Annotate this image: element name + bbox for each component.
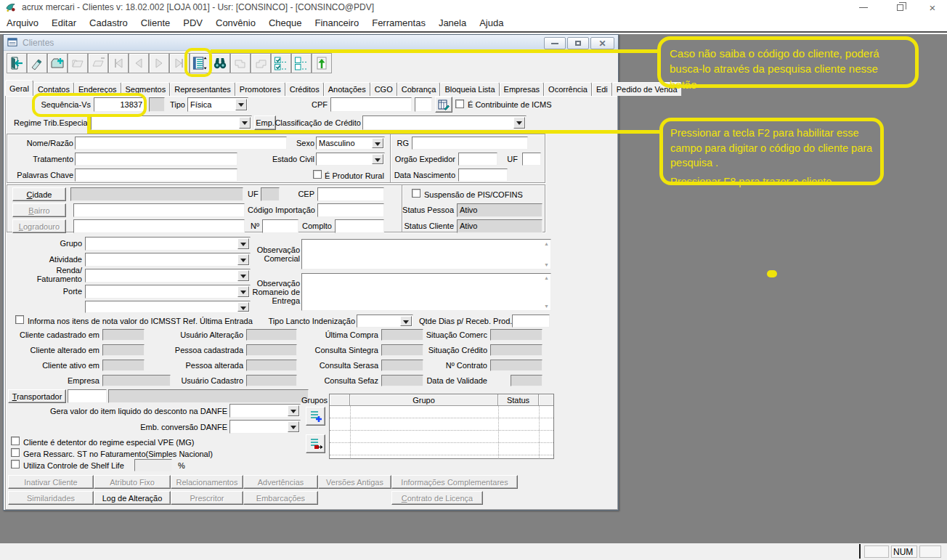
scroll-up-icon[interactable]: ▲ (544, 275, 549, 280)
obs-romaneio-textarea[interactable]: ▲▼ (301, 273, 551, 311)
estado-civil-dropdown-arrow[interactable] (372, 154, 383, 164)
extra-select[interactable] (85, 301, 251, 313)
obs-comercial-textarea[interactable]: ▲▼ (301, 239, 551, 269)
contribuinte-checkbox[interactable] (455, 100, 464, 108)
shelf-input[interactable] (134, 459, 172, 471)
grupos-grid-row[interactable] (330, 443, 553, 455)
sexo-dropdown-arrow[interactable] (372, 138, 383, 148)
logradouro-input[interactable] (73, 219, 245, 233)
restore-button[interactable] (884, 0, 916, 15)
data-nasc-input[interactable] (458, 169, 508, 182)
grupos-remove-button[interactable] (306, 434, 325, 453)
rg-input[interactable] (412, 137, 528, 150)
vpe-checkbox[interactable] (11, 437, 20, 445)
cpf-aux-field[interactable] (415, 97, 432, 112)
scroll-up-icon[interactable]: ▲ (544, 241, 549, 246)
scroll-down-icon[interactable]: ▼ (544, 304, 549, 309)
tipo-lancto-dropdown-arrow[interactable] (400, 316, 412, 326)
grupos-grid-row[interactable] (330, 418, 553, 431)
transportador-code-input[interactable] (68, 389, 107, 403)
uncheck-all-button[interactable] (291, 53, 312, 73)
nome-input[interactable] (75, 137, 287, 150)
tipo-lancto-select[interactable] (357, 315, 413, 328)
menu-cliente[interactable]: Cliente (134, 17, 176, 28)
regime-select[interactable] (91, 115, 252, 130)
uf-input[interactable] (522, 153, 541, 166)
grupos-grid-row[interactable] (330, 431, 553, 443)
emb-select[interactable] (229, 420, 301, 434)
tratamento-input[interactable] (75, 153, 237, 166)
sexo-select[interactable]: Masculino (316, 137, 385, 150)
cod-importacao-input[interactable] (317, 203, 384, 217)
import-button[interactable] (312, 53, 332, 73)
classificacao-dropdown-arrow[interactable] (513, 117, 525, 129)
child-restore-button[interactable] (567, 37, 589, 49)
bairro-input[interactable] (73, 203, 245, 217)
menu-cheque[interactable]: Cheque (262, 17, 309, 28)
tab-edi[interactable]: Edi (592, 82, 612, 96)
tab-ocorrencia[interactable]: Ocorrência (544, 82, 592, 96)
minimize-button[interactable] (848, 0, 879, 15)
transportador-button[interactable]: Transportador (8, 389, 66, 403)
qtde-dias-input[interactable] (512, 315, 550, 328)
icmsst-checkbox[interactable] (15, 315, 24, 324)
scroll-down-icon[interactable]: ▼ (544, 262, 549, 267)
search-button[interactable] (210, 53, 230, 73)
porte-select[interactable] (85, 285, 251, 299)
tipo-select[interactable]: Física (187, 97, 248, 112)
orgao-input[interactable] (458, 153, 497, 166)
grupos-grid-row[interactable] (330, 406, 553, 418)
menu-ajuda[interactable]: Ajuda (473, 17, 510, 28)
cpf-lookup-button[interactable] (435, 97, 452, 113)
gera-valor-dropdown-arrow[interactable] (288, 405, 299, 416)
menu-convenio[interactable]: Convênio (209, 17, 262, 28)
erase-button[interactable] (27, 53, 47, 73)
tab-creditos[interactable]: Créditos (285, 82, 324, 96)
renda-select[interactable] (85, 269, 251, 283)
palavras-input[interactable] (75, 169, 237, 182)
classificacao-select[interactable] (362, 115, 527, 130)
numero-input[interactable] (262, 219, 298, 233)
ressarc-checkbox[interactable] (11, 448, 20, 457)
complto-input[interactable] (335, 219, 384, 233)
grupo-dropdown-arrow[interactable] (237, 238, 249, 249)
emb-dropdown-arrow[interactable] (288, 421, 299, 432)
gera-valor-select[interactable] (229, 404, 301, 418)
cidade-button[interactable]: Cidade (12, 187, 66, 201)
regime-dropdown-arrow[interactable] (239, 117, 251, 129)
add-record-button[interactable] (47, 53, 68, 73)
child-minimize-button[interactable] (544, 37, 566, 49)
menu-ferramentas[interactable]: Ferramentas (365, 17, 432, 28)
tab-cobranca[interactable]: Cobrança (397, 82, 441, 96)
tipo-dropdown-arrow[interactable] (235, 99, 247, 110)
grupos-add-button[interactable] (306, 407, 325, 426)
cpf-input[interactable] (330, 97, 412, 112)
cep-input[interactable] (317, 187, 384, 201)
tab-cgo[interactable]: CGO (370, 82, 397, 96)
shelf-checkbox[interactable] (11, 460, 20, 468)
log-alteracao-button[interactable]: Log de Alteração (94, 491, 171, 505)
menu-arquivo[interactable]: Arquivo (0, 17, 45, 28)
atividade-select[interactable] (85, 253, 251, 267)
suspensao-checkbox[interactable] (412, 189, 420, 198)
tab-bloqueia-lista[interactable]: Bloqueia Lista (440, 82, 499, 96)
tab-geral[interactable]: Geral (5, 80, 33, 96)
tab-anotacoes[interactable]: Anotações (324, 82, 370, 96)
grupo-select[interactable] (85, 237, 251, 251)
child-close-button[interactable]: ✕ (590, 37, 614, 49)
close-button[interactable]: × (916, 0, 947, 15)
menu-cadastro[interactable]: Cadastro (83, 17, 134, 28)
tab-promotores[interactable]: Promotores (235, 82, 285, 96)
produtor-checkbox[interactable] (313, 170, 322, 179)
tab-empresas[interactable]: Empresas (500, 82, 545, 96)
menu-pdv[interactable]: PDV (176, 17, 209, 28)
exit-button[interactable] (7, 53, 27, 73)
menu-editar[interactable]: Editar (45, 17, 83, 28)
grupos-grid[interactable]: Grupo Status (329, 394, 554, 459)
tab-representantes[interactable]: Representantes (170, 82, 235, 96)
emp-button[interactable]: Emp. (254, 115, 276, 130)
menu-janela[interactable]: Janela (432, 17, 473, 28)
estado-civil-select[interactable] (316, 153, 385, 166)
check-all-button[interactable] (271, 53, 291, 73)
menu-financeiro[interactable]: Financeiro (308, 17, 365, 28)
